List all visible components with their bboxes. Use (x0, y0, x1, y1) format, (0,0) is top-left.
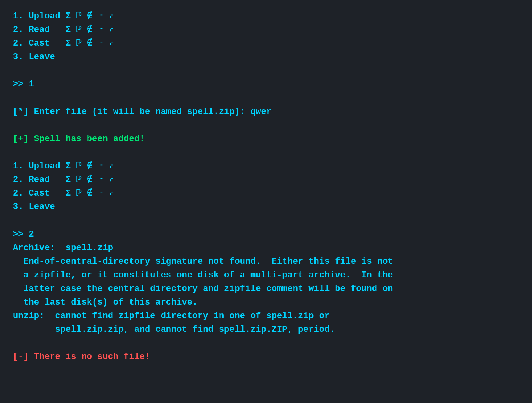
error-line2: a zipfile, or it constitutes one disk of… (13, 269, 519, 282)
archive-line: Archive: spell.zip (13, 241, 519, 255)
error-line4: the last disk(s) of this archive. (13, 296, 519, 309)
menu2-upload-line: 1. Upload Σ ℙ ∉ ⌌ ⌌ (13, 160, 519, 173)
unzip-line2: spell.zip.zip, and cannot find spell.zip… (13, 323, 519, 337)
blank5 (13, 214, 519, 227)
menu1-leave-line: 3. Leave (13, 50, 519, 64)
menu2-leave-line: 3. Leave (13, 200, 519, 214)
error-line1: End-of-central-directory signature not f… (13, 255, 519, 269)
prompt2-line: >> 2 (13, 228, 519, 241)
menu2-read-line: 2. Read Σ ℙ ∉ ⌌ ⌌ (13, 173, 519, 187)
prompt1-line: >> 1 (13, 78, 519, 91)
no-file-line: [-] There is no such file! (13, 350, 519, 364)
menu2-cast-line: 2. Cast Σ ℙ ∉ ⌌ ⌌ (13, 187, 519, 200)
blank6 (13, 337, 519, 350)
blank1 (13, 64, 519, 78)
menu1-cast-line: 2. Cast Σ ℙ ∉ ⌌ ⌌ (13, 37, 519, 50)
spell-added-line: [+] Spell has been added! (13, 132, 519, 146)
blank3 (13, 119, 519, 132)
blank4 (13, 146, 519, 160)
enter-file-line: [*] Enter file (it will be named spell.z… (13, 105, 519, 119)
terminal-output: 1. Upload Σ ℙ ∉ ⌌ ⌌ 2. Read Σ ℙ ∉ ⌌ ⌌ 2.… (13, 10, 519, 364)
error-line3: latter case the central directory and zi… (13, 282, 519, 296)
blank2 (13, 92, 519, 105)
menu1-read-line: 2. Read Σ ℙ ∉ ⌌ ⌌ (13, 23, 519, 37)
menu1-upload-line: 1. Upload Σ ℙ ∉ ⌌ ⌌ (13, 10, 519, 23)
unzip-line1: unzip: cannot find zipfile directory in … (13, 309, 519, 323)
